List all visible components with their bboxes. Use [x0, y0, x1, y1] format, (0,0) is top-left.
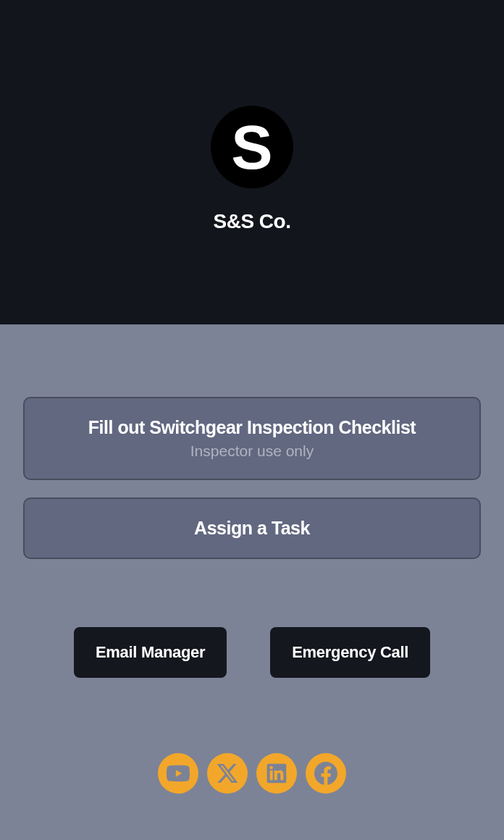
x-twitter-icon[interactable]	[207, 753, 248, 794]
company-logo: S	[211, 106, 293, 188]
action-button-row: Email Manager Emergency Call	[23, 627, 481, 678]
assign-task-button[interactable]: Assign a Task	[23, 497, 481, 559]
linkedin-icon[interactable]	[256, 753, 297, 794]
checklist-button-title: Fill out Switchgear Inspection Checklist	[39, 417, 465, 438]
company-name: S&S Co.	[214, 210, 291, 233]
assign-task-button-title: Assign a Task	[39, 518, 465, 539]
checklist-button-subtitle: Inspector use only	[39, 442, 465, 460]
main-section: Fill out Switchgear Inspection Checklist…	[0, 324, 504, 840]
facebook-icon[interactable]	[306, 753, 346, 794]
header-section: S S&S Co.	[0, 0, 504, 324]
logo-letter: S	[231, 116, 272, 178]
emergency-call-button[interactable]: Emergency Call	[270, 627, 430, 678]
social-icons-row	[23, 753, 481, 811]
youtube-icon[interactable]	[158, 753, 198, 794]
checklist-button[interactable]: Fill out Switchgear Inspection Checklist…	[23, 397, 481, 480]
email-manager-button[interactable]: Email Manager	[74, 627, 227, 678]
